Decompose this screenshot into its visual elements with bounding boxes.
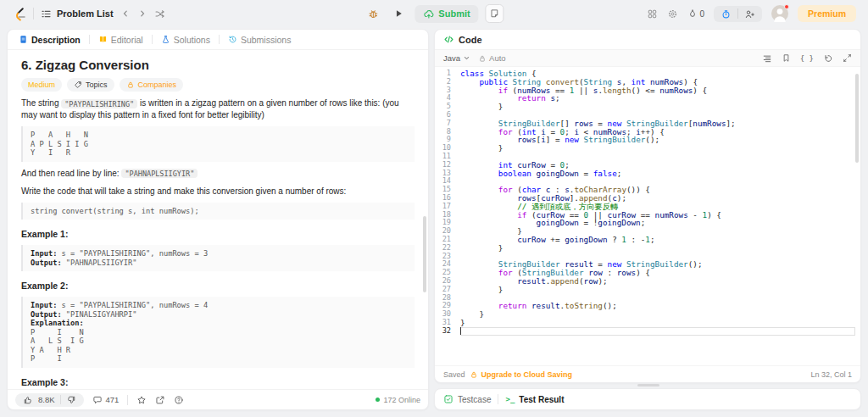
desc-h: Example 1: <box>21 229 415 239</box>
code-line[interactable]: 10 } <box>435 144 860 153</box>
fullscreen-button[interactable] <box>843 53 852 63</box>
run-button[interactable] <box>389 4 408 23</box>
tab-editorial-label: Editorial <box>111 35 143 45</box>
panel-resize-handle[interactable] <box>637 384 659 386</box>
desc-example: Input: s = "PAYPALISHIRING", numRows = 4… <box>21 297 415 368</box>
line-text: } <box>460 310 855 319</box>
toolbar-right-icons: { } <box>762 53 852 64</box>
problem-list-button[interactable]: Problem List <box>41 8 114 19</box>
code-line[interactable]: 13 boolean goingDown = false; <box>435 170 860 178</box>
topbar-center-group: Submit <box>364 4 504 23</box>
thumbs-up-button[interactable] <box>23 395 33 405</box>
settings-gear-button[interactable] <box>667 8 678 19</box>
code-editor-panel: Code Java Auto { } <box>434 29 861 383</box>
description-scrollbar[interactable] <box>423 216 426 292</box>
tab-solutions-label: Solutions <box>174 35 210 45</box>
test-result-label: Test Result <box>519 395 564 404</box>
problem-title: 6. Zigzag Conversion <box>21 58 415 72</box>
topics-badge[interactable]: Topics <box>67 78 114 92</box>
vote-pill-divider <box>60 395 61 404</box>
auto-complete-toggle[interactable]: Auto <box>478 53 506 63</box>
difficulty-badge[interactable]: Medium <box>21 78 62 92</box>
cloud-upload-icon <box>423 8 434 19</box>
desc-pre: P A H N A P L S I I G Y I R <box>21 126 415 162</box>
line-text: result.append(row); <box>460 277 855 286</box>
notes-button[interactable] <box>486 4 504 23</box>
line-text: } <box>460 319 855 327</box>
tab-editorial[interactable]: Editorial <box>94 35 147 45</box>
debug-button[interactable] <box>364 4 382 23</box>
format-code-button[interactable] <box>762 53 772 64</box>
tab-submissions-label: Submissions <box>241 35 292 45</box>
random-problem-button[interactable] <box>154 8 165 19</box>
tab-testcase[interactable]: Testcase <box>443 394 491 404</box>
cursor-position: Ln 32, Col 1 <box>810 370 852 379</box>
tab-submissions[interactable]: Submissions <box>224 35 296 45</box>
auto-label: Auto <box>489 53 506 63</box>
tab-test-result[interactable]: >_ Test Result <box>505 395 564 404</box>
code-line[interactable]: 22 } <box>435 244 860 253</box>
code-line[interactable]: 5 } <box>435 103 860 111</box>
line-text: boolean goingDown = false; <box>460 170 855 178</box>
language-selector[interactable]: Java <box>443 53 470 63</box>
language-label: Java <box>443 53 460 63</box>
bookmark-button[interactable] <box>782 53 791 63</box>
badge-row: Medium Topics Companies <box>21 78 415 92</box>
online-count: 172 Online <box>383 396 420 404</box>
line-text: return s; <box>460 94 855 103</box>
description-tab-bar: Description Editorial Solutions Submissi… <box>8 30 428 50</box>
desc-p: The string "PAYPALISHIRING" is written i… <box>21 97 415 120</box>
saved-status: Saved <box>443 370 465 379</box>
testcase-label: Testcase <box>458 395 491 404</box>
user-avatar[interactable] <box>771 5 788 22</box>
layout-grid-button[interactable] <box>647 8 658 19</box>
thumbs-down-button[interactable] <box>66 395 76 405</box>
editor-scrollbar[interactable] <box>855 74 859 163</box>
tab-divider <box>219 35 220 44</box>
code-panel-title: Code <box>459 35 482 45</box>
upgrade-label: Upgrade to Cloud Saving <box>481 370 573 379</box>
timer-pill-divider <box>737 8 738 19</box>
code-line[interactable]: 32 <box>435 327 860 336</box>
streak-count: 0 <box>700 9 705 19</box>
code-line[interactable]: 30 } <box>435 310 860 319</box>
topbar-left-group: Problem List <box>12 7 165 21</box>
leetcode-logo-icon[interactable] <box>12 7 26 21</box>
code-line[interactable]: 29 return result.toString(); <box>435 302 860 310</box>
tab-description[interactable]: Description <box>14 35 85 45</box>
line-text <box>460 327 855 336</box>
premium-button[interactable]: Premium <box>798 5 856 22</box>
list-icon <box>41 8 52 19</box>
desc-h: Example 3: <box>21 377 415 387</box>
comments-button[interactable]: 471 <box>92 395 120 405</box>
tab-solutions[interactable]: Solutions <box>157 35 214 45</box>
problem-content: 6. Zigzag Conversion Medium Topics Compa… <box>8 50 428 389</box>
history-clock-icon <box>228 35 237 44</box>
reset-code-button[interactable] <box>823 53 833 64</box>
line-text: } <box>460 244 855 253</box>
line-text: rows[i] = new StringBuilder(); <box>460 136 855 144</box>
snippets-button[interactable]: { } <box>800 54 814 63</box>
favorite-star-button[interactable] <box>136 395 147 405</box>
code-panel-header: Code <box>435 30 860 49</box>
tag-icon <box>74 81 82 89</box>
prev-problem-button[interactable] <box>120 8 131 19</box>
flask-icon <box>161 35 170 44</box>
desc-h: Example 2: <box>21 281 415 291</box>
help-button[interactable] <box>174 395 184 405</box>
line-text: } <box>460 286 855 294</box>
likes-count: 8.8K <box>38 395 55 404</box>
share-button[interactable] <box>155 395 165 405</box>
topbar-right-group: 0 Premium <box>647 5 857 22</box>
session-timer-pill[interactable] <box>714 6 762 22</box>
code-line[interactable]: 27 } <box>435 286 860 294</box>
companies-badge[interactable]: Companies <box>120 78 184 92</box>
code-editor-area[interactable]: 1class Solution {2 public String convert… <box>435 67 860 365</box>
daily-streak-button[interactable]: 0 <box>687 8 705 19</box>
comment-icon <box>92 395 103 405</box>
next-problem-button[interactable] <box>137 8 147 19</box>
upgrade-cloud-saving-link[interactable]: Upgrade to Cloud Saving <box>470 370 573 379</box>
debugger-bug-icon <box>367 8 379 19</box>
submit-button[interactable]: Submit <box>415 5 478 23</box>
code-line[interactable]: 31} <box>435 319 860 327</box>
